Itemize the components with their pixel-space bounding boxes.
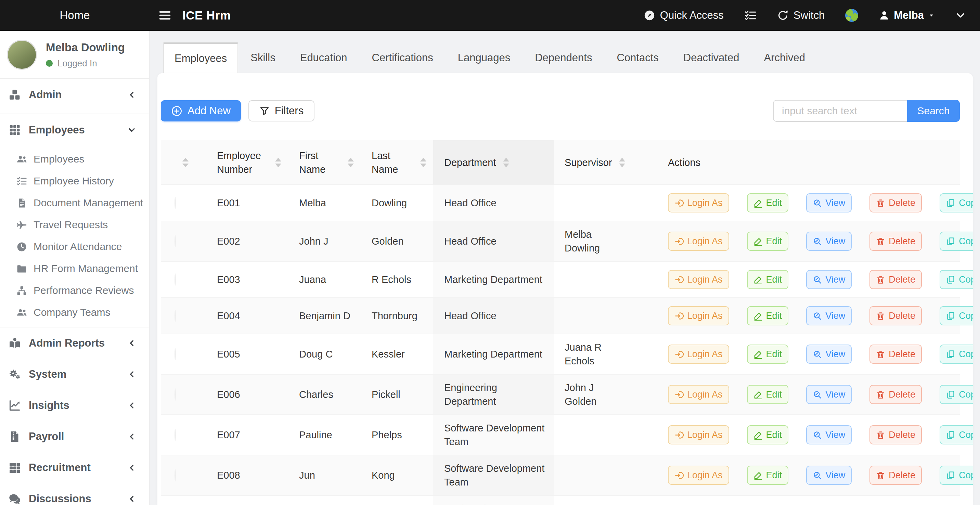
delete-button[interactable]: Delete bbox=[869, 270, 922, 289]
tab-certifications[interactable]: Certifications bbox=[360, 43, 445, 73]
sort-carets[interactable] bbox=[503, 158, 509, 167]
edit-button[interactable]: Edit bbox=[747, 425, 789, 445]
edit-button[interactable]: Edit bbox=[747, 466, 789, 485]
view-button[interactable]: View bbox=[806, 345, 852, 364]
view-button[interactable]: View bbox=[806, 270, 852, 289]
user-icon bbox=[879, 10, 890, 21]
delete-button[interactable]: Delete bbox=[869, 385, 922, 404]
view-button[interactable]: View bbox=[806, 232, 852, 251]
search-input[interactable] bbox=[773, 100, 907, 122]
sidebar-item-travel-requests[interactable]: Travel Requests bbox=[0, 214, 149, 236]
department-cell: Marketing Department bbox=[433, 261, 554, 298]
copy-button[interactable]: Copy bbox=[940, 232, 973, 251]
add-new-button[interactable]: Add New bbox=[161, 100, 241, 121]
copy-button[interactable]: Copy bbox=[940, 270, 973, 289]
sidebar-item-system[interactable]: System bbox=[0, 359, 149, 390]
copy-button[interactable]: Copy bbox=[940, 466, 973, 485]
delete-button[interactable]: Delete bbox=[869, 193, 922, 213]
column-header-supervisor[interactable]: Supervisor bbox=[554, 140, 635, 185]
chevron-down-icon[interactable] bbox=[955, 10, 966, 21]
table-row: E005Doug CKesslerMarketing DepartmentJua… bbox=[161, 334, 960, 374]
copy-button[interactable]: Copy bbox=[940, 425, 973, 445]
login-as-button[interactable]: Login As bbox=[668, 345, 729, 364]
sidebar-item-recruitment[interactable]: Recruitment bbox=[0, 452, 149, 483]
tab-archived[interactable]: Archived bbox=[751, 43, 818, 73]
sidebar-item-document-management[interactable]: Document Management bbox=[0, 192, 149, 214]
column-header-employee-number[interactable]: Employee Number bbox=[206, 140, 288, 185]
sidebar-item-employees[interactable]: Employees bbox=[0, 148, 149, 170]
hamburger-menu-icon[interactable] bbox=[157, 8, 173, 22]
sidebar-item-discussions[interactable]: Discussions bbox=[0, 483, 149, 505]
login-as-button[interactable]: Login As bbox=[668, 385, 729, 404]
delete-button[interactable]: Delete bbox=[869, 425, 922, 445]
sort-carets[interactable] bbox=[275, 158, 281, 167]
sidebar-item-company-teams[interactable]: Company Teams bbox=[0, 302, 149, 323]
sort-carets[interactable] bbox=[348, 158, 354, 167]
view-button[interactable]: View bbox=[806, 385, 852, 404]
edit-button[interactable]: Edit bbox=[747, 385, 789, 404]
sidebar-item-payroll[interactable]: Payroll bbox=[0, 421, 149, 452]
edit-button[interactable]: Edit bbox=[747, 345, 789, 364]
login-as-button[interactable]: Login As bbox=[668, 466, 729, 485]
comments-icon bbox=[8, 493, 21, 505]
actions-cell: Login AsEditViewDeleteCopy bbox=[635, 298, 960, 334]
edit-button[interactable]: Edit bbox=[747, 306, 789, 326]
delete-button[interactable]: Delete bbox=[869, 345, 922, 364]
copy-icon bbox=[946, 199, 955, 208]
delete-button[interactable]: Delete bbox=[869, 232, 922, 251]
sidebar-item-admin-reports[interactable]: Admin Reports bbox=[0, 327, 149, 359]
tab-education[interactable]: Education bbox=[288, 43, 360, 73]
column-header-department[interactable]: Department bbox=[433, 140, 554, 185]
copy-button[interactable]: Copy bbox=[940, 385, 973, 404]
delete-button[interactable]: Delete bbox=[869, 306, 922, 326]
checklist-icon[interactable] bbox=[744, 9, 757, 22]
tab-languages[interactable]: Languages bbox=[445, 43, 522, 73]
login-as-button[interactable]: Login As bbox=[668, 425, 729, 445]
avatar-cell bbox=[161, 334, 206, 374]
tab-deactivated[interactable]: Deactivated bbox=[671, 43, 752, 73]
user-menu[interactable]: Melba bbox=[879, 9, 935, 22]
globe-icon[interactable] bbox=[845, 9, 858, 22]
view-button[interactable]: View bbox=[806, 425, 852, 445]
sidebar-item-performance-reviews[interactable]: Performance Reviews bbox=[0, 279, 149, 302]
quick-access-button[interactable]: Quick Access bbox=[644, 9, 724, 22]
login-as-button[interactable]: Login As bbox=[668, 193, 729, 213]
view-button[interactable]: View bbox=[806, 306, 852, 326]
login-as-button[interactable]: Login As bbox=[668, 232, 729, 251]
view-button[interactable]: View bbox=[806, 466, 852, 485]
tab-employees[interactable]: Employees bbox=[163, 43, 238, 73]
sidebar-item-hr-form-management[interactable]: HR Form Management bbox=[0, 257, 149, 279]
nav-home-link[interactable]: Home bbox=[0, 9, 150, 22]
view-icon bbox=[813, 430, 822, 440]
sidebar-item-monitor-attendance[interactable]: Monitor Attendance bbox=[0, 236, 149, 257]
edit-button[interactable]: Edit bbox=[747, 232, 789, 251]
view-button[interactable]: View bbox=[806, 193, 852, 213]
edit-button[interactable]: Edit bbox=[747, 270, 789, 289]
tab-dependents[interactable]: Dependents bbox=[522, 43, 604, 73]
column-header-last-name[interactable]: Last Name bbox=[361, 140, 433, 185]
login-as-icon bbox=[675, 350, 684, 359]
login-as-button[interactable]: Login As bbox=[668, 270, 729, 289]
copy-button[interactable]: Copy bbox=[940, 306, 973, 326]
sidebar-item-admin[interactable]: Admin bbox=[0, 79, 149, 110]
sidebar-item-insights[interactable]: Insights bbox=[0, 390, 149, 421]
sort-carets[interactable] bbox=[619, 158, 625, 167]
tab-skills[interactable]: Skills bbox=[238, 43, 288, 73]
employee-number-cell: E004 bbox=[206, 298, 288, 334]
search-button[interactable]: Search bbox=[907, 100, 960, 122]
delete-button[interactable]: Delete bbox=[869, 466, 922, 485]
sidebar-item-employees[interactable]: Employees bbox=[0, 114, 149, 145]
edit-button[interactable]: Edit bbox=[747, 193, 789, 213]
copy-button[interactable]: Copy bbox=[940, 345, 973, 364]
column-header-first-name[interactable]: First Name bbox=[288, 140, 361, 185]
filters-button[interactable]: Filters bbox=[248, 100, 315, 121]
tab-contacts[interactable]: Contacts bbox=[604, 43, 671, 73]
switch-button[interactable]: Switch bbox=[777, 9, 825, 22]
employee-number-cell: E008 bbox=[206, 455, 288, 495]
copy-button[interactable]: Copy bbox=[940, 193, 973, 213]
sort-carets[interactable] bbox=[420, 158, 426, 167]
login-as-button[interactable]: Login As bbox=[668, 306, 729, 326]
sort-carets[interactable] bbox=[182, 158, 189, 167]
sidebar-item-employee-history[interactable]: Employee History bbox=[0, 170, 149, 192]
column-header-avatar[interactable] bbox=[161, 140, 206, 185]
